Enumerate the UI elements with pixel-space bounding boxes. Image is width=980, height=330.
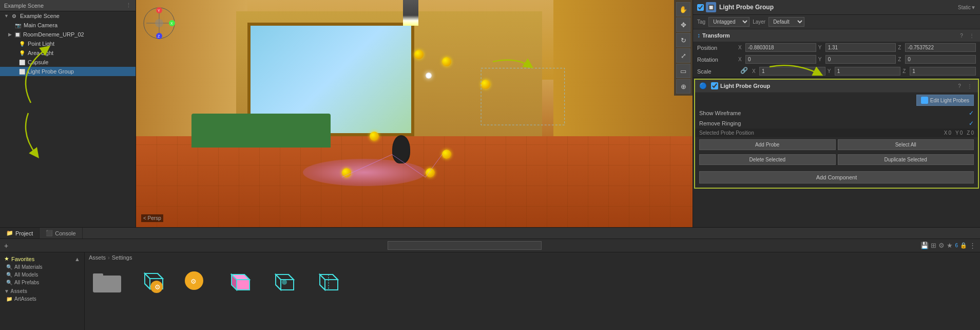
capsule-icon: ⬜ <box>18 59 26 66</box>
inspector-panel: 🔲 Light Probe Group Static ▼ Tag Untagge… <box>693 0 980 227</box>
scale-x-field: X <box>752 67 825 76</box>
tab-project[interactable]: 📁 Project <box>0 228 40 239</box>
transform-tool-btn[interactable]: ⊕ <box>676 79 690 94</box>
hierarchy-item[interactable]: 💡 Point Light <box>0 39 136 48</box>
asset-prefab-pink[interactable] <box>221 267 257 297</box>
save-icon[interactable]: 💾 <box>920 242 929 249</box>
delete-selected-btn[interactable]: Delete Selected <box>699 154 836 165</box>
probe-btn-row-1: Add Probe Select All <box>695 137 978 152</box>
duplicate-selected-btn[interactable]: Duplicate Selected <box>838 154 974 165</box>
hierarchy-item-area-light[interactable]: 💡 Area Light <box>0 48 136 58</box>
asset-search-input[interactable] <box>388 241 542 250</box>
search-bar <box>10 241 918 250</box>
art-assets-label: ArtAssets <box>14 296 36 302</box>
scale-z-input[interactable] <box>910 67 976 76</box>
lock-icon[interactable]: 🔒 <box>960 242 967 249</box>
rotate-tool-btn[interactable]: ↻ <box>676 33 690 47</box>
hierarchy-item[interactable]: 📷 Main Camera <box>0 21 136 30</box>
edit-light-probes-btn[interactable]: Edit Light Probes <box>916 95 974 106</box>
lpg-help-icon[interactable]: ? <box>955 82 964 90</box>
hierarchy-item-lpg[interactable]: ⬜ Light Probe Group <box>0 67 136 76</box>
asset-prefab-cyan3[interactable] <box>310 267 345 297</box>
probe-btn-row-2: Delete Selected Duplicate Selected <box>695 152 978 167</box>
favorites-header: ★ Favorites ▲ <box>2 254 82 263</box>
static-dropdown-btn[interactable]: ▼ <box>971 5 976 10</box>
scale-link-icon[interactable]: 🔗 <box>740 67 748 76</box>
tab-console[interactable]: ⬛ Console <box>40 228 82 239</box>
fav-prefabs-label: All Prefabs <box>14 280 39 285</box>
edit-probes-label: Edit Light Probes <box>930 98 969 103</box>
more-options-icon[interactable]: ⋮ <box>969 242 976 249</box>
assets-section-label: Assets <box>10 288 27 294</box>
sphere-gear-icon: ⚙ <box>180 267 210 295</box>
object-active-checkbox[interactable] <box>697 4 704 11</box>
light-probe-6 <box>342 168 351 177</box>
asset-folder[interactable] <box>89 267 125 297</box>
obj-type-icon: 🔲 <box>706 2 716 12</box>
edit-probes-row: Edit Light Probes <box>695 93 978 108</box>
favorites-collapse-btn[interactable]: ▲ <box>74 256 80 262</box>
scene-view[interactable]: Y X Z < Persp ✋ ✥ ↻ ⤢ ▭ ⊕ <box>136 0 693 227</box>
hierarchy-menu-btn[interactable]: ⋮ <box>126 2 131 9</box>
lpg-title: Light Probe Group <box>720 83 953 89</box>
star-icon[interactable]: ★ <box>947 242 953 249</box>
rect-tool-btn[interactable]: ▭ <box>676 64 690 78</box>
lpg-settings-icon[interactable]: ⋮ <box>966 82 974 90</box>
prefab-cyan2-icon <box>268 267 299 295</box>
fav-all-materials[interactable]: 🔍 All Materials <box>2 263 82 271</box>
fav-all-models[interactable]: 🔍 All Models <box>2 271 82 279</box>
scale-x-input[interactable] <box>759 67 825 76</box>
transform-help-icon[interactable]: ? <box>957 31 966 40</box>
lpg-section-header[interactable]: 🔵 Light Probe Group ? ⋮ <box>695 80 978 93</box>
tag-select[interactable]: Untagged <box>708 17 750 27</box>
position-y-input[interactable] <box>825 43 896 52</box>
asset-sphere-gear[interactable]: ⚙ <box>177 267 213 297</box>
lpg-enabled-checkbox[interactable] <box>711 82 718 89</box>
svg-text:X: X <box>170 22 173 25</box>
add-asset-btn[interactable]: + <box>4 242 8 250</box>
breadcrumb-assets[interactable]: Assets <box>89 254 106 261</box>
filter-icon[interactable]: ⚙ <box>938 242 945 249</box>
scene-icon: ⚙ <box>11 12 18 20</box>
rotation-y-input[interactable] <box>825 55 896 64</box>
hand-tool-btn[interactable]: ✋ <box>676 2 690 16</box>
add-probe-btn[interactable]: Add Probe <box>699 139 836 150</box>
scale-label: Scale <box>697 68 738 75</box>
layer-select[interactable]: Default <box>768 17 804 27</box>
hierarchy-item[interactable]: ▶ 🔲 RoomDeneme_URP_02 <box>0 30 136 39</box>
transform-settings-icon[interactable]: ⋮ <box>968 31 976 40</box>
transform-icon: ↕ <box>697 32 700 39</box>
static-dropdown-label: Static <box>958 5 971 10</box>
layer-label: Layer <box>753 19 765 25</box>
position-z-input[interactable] <box>905 43 976 52</box>
hierarchy-item[interactable]: ▼ ⚙ Example Scene <box>0 11 136 21</box>
ceiling-lamp <box>403 0 418 26</box>
svg-text:Y: Y <box>158 9 160 12</box>
breadcrumb-settings[interactable]: Settings <box>112 254 132 261</box>
show-wireframe-check: ✓ <box>969 109 974 117</box>
layout-icon[interactable]: ⊞ <box>931 242 936 249</box>
asset-prefab-gear[interactable]: ⚙ <box>133 267 169 297</box>
y-axis-label: Y <box>818 45 824 50</box>
asset-prefab-cyan2[interactable] <box>265 267 301 297</box>
probe-z-val: 0 <box>971 130 974 136</box>
hierarchy-item[interactable]: ⬜ Capsule <box>0 58 136 67</box>
z-axis-label: Z <box>898 45 904 50</box>
select-all-btn[interactable]: Select All <box>838 139 974 150</box>
light-probe-2 <box>481 80 490 89</box>
move-tool-btn[interactable]: ✥ <box>676 17 690 32</box>
fav-all-prefabs[interactable]: 🔍 All Prefabs <box>2 279 82 286</box>
transform-section-header[interactable]: ↕ Transform ? ⋮ <box>693 29 980 42</box>
scale-y-input[interactable] <box>835 67 901 76</box>
favorites-star-icon: ★ <box>4 255 9 262</box>
position-x-input[interactable] <box>745 43 816 52</box>
assets-section-collapse-btn[interactable]: ▼ <box>4 288 9 294</box>
scale-tool-btn[interactable]: ⤢ <box>676 48 690 63</box>
x-axis-label: X <box>738 45 744 50</box>
lpg-section-icons: ? ⋮ <box>955 82 974 90</box>
add-component-btn[interactable]: Add Component <box>699 171 974 184</box>
rotation-z-field: Z <box>898 55 976 64</box>
rotation-x-input[interactable] <box>745 55 816 64</box>
rotation-z-input[interactable] <box>905 55 976 64</box>
art-assets-item[interactable]: 📁 ArtAssets <box>2 295 82 303</box>
